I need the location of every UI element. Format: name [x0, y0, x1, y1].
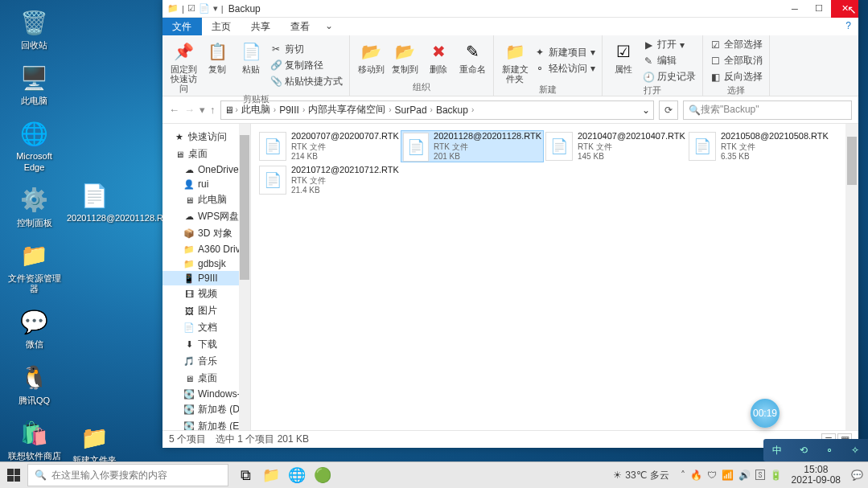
tree-item[interactable]: 💽新加卷 (D:): [162, 401, 250, 418]
tray-app-icon[interactable]: 🛡: [707, 470, 717, 481]
scrollbar-thumb[interactable]: [847, 137, 857, 185]
maximize-button[interactable]: ☐: [807, 0, 831, 18]
delete-button[interactable]: ✖删除: [422, 37, 455, 81]
tree-item[interactable]: 💽新加卷 (E:): [162, 418, 250, 430]
recent-dropdown-icon[interactable]: ▾: [200, 104, 205, 116]
edit-button[interactable]: ✎编辑: [641, 53, 697, 68]
tree-item[interactable]: ☁WPS网盘: [162, 208, 250, 225]
desktop-icon[interactable]: 🗑️回收站: [4, 4, 64, 53]
titlebar[interactable]: 📁 | ☑ 📄 ▾ | Backup ─ ☐ ✕: [162, 0, 858, 18]
tab-share[interactable]: 共享: [241, 18, 281, 35]
tree-item[interactable]: 📁A360 Drive: [162, 242, 250, 256]
tree-scrollbar[interactable]: [239, 124, 250, 430]
invert-selection-button[interactable]: ◧反向选择: [708, 69, 764, 84]
tree-item[interactable]: 🖥桌面: [162, 146, 250, 162]
search-input[interactable]: 🔍 搜索"Backup": [683, 100, 852, 120]
tree-item[interactable]: 🖥此电脑: [162, 191, 250, 208]
file-list[interactable]: 📄20200707@20200707.RTKRTK 文件214 KB📄20201…: [251, 124, 858, 430]
desktop-icon[interactable]: 💬微信: [4, 303, 64, 352]
timer-badge[interactable]: 00:19: [751, 399, 780, 428]
file-item[interactable]: 📄20200707@20200707.RTKRTK 文件214 KB: [257, 130, 401, 162]
tree-item[interactable]: ★快速访问: [162, 129, 250, 146]
desktop-icon[interactable]: 🖥️此电脑: [4, 59, 64, 109]
taskbar-search-input[interactable]: 🔍 在这里输入你要搜索的内容: [27, 464, 228, 486]
ime-overlay[interactable]: 中⟲⚬✧: [763, 439, 868, 461]
checkbox-icon[interactable]: ☑: [187, 3, 195, 14]
scrollbar-thumb[interactable]: [240, 135, 249, 280]
content-scrollbar[interactable]: [845, 124, 858, 430]
tray-app-icon[interactable]: 🔥: [690, 470, 702, 481]
back-button[interactable]: ←: [169, 104, 179, 116]
tree-item[interactable]: 📱P9III: [162, 271, 250, 285]
tray-volume-icon[interactable]: 🔊: [738, 470, 751, 481]
notification-button[interactable]: 💬: [845, 462, 868, 489]
breadcrumb-item[interactable]: 内部共享存储空间: [306, 103, 387, 117]
breadcrumb-item[interactable]: 此电脑: [240, 103, 272, 117]
taskbar-edge-icon[interactable]: 🌐: [285, 463, 309, 487]
tree-item[interactable]: 📄文档: [162, 319, 250, 336]
select-none-button[interactable]: ☐全部取消: [708, 53, 764, 68]
task-view-button[interactable]: ⧉: [233, 463, 257, 487]
nav-tree[interactable]: ★快速访问🖥桌面☁OneDrive👤rui🖥此电脑☁WPS网盘📦3D 对象📁A3…: [162, 124, 251, 430]
breadcrumb-item[interactable]: P9III: [278, 105, 301, 116]
minimize-button[interactable]: ─: [783, 0, 807, 18]
tree-item[interactable]: ☁OneDrive: [162, 162, 250, 177]
address-dropdown-icon[interactable]: ⌄: [642, 105, 650, 116]
desktop-icon[interactable]: 📁文件资源管理器: [4, 237, 64, 297]
new-item-button[interactable]: ✦新建项目▾: [533, 45, 597, 60]
taskbar-explorer-icon[interactable]: 📁: [259, 463, 283, 487]
desktop-icon[interactable]: 🌐Microsoft Edge: [4, 115, 64, 174]
desktop-icon[interactable]: 📄20201128@20201128.R...: [64, 177, 125, 226]
file-item[interactable]: 📄20210712@20210712.RTKRTK 文件21.4 KB: [257, 164, 401, 196]
ribbon-collapse-icon[interactable]: ⌄: [320, 18, 339, 35]
tree-item[interactable]: 🎵音乐: [162, 353, 250, 370]
tab-home[interactable]: 主页: [202, 18, 241, 35]
tab-view[interactable]: 查看: [281, 18, 320, 35]
history-button[interactable]: 🕘历史记录: [641, 69, 697, 84]
new-folder-button[interactable]: 📁新建文件夹: [499, 37, 531, 84]
copy-to-button[interactable]: 📂复制到: [389, 37, 421, 81]
qat-dropdown-icon[interactable]: ▾: [213, 3, 218, 14]
properties-button[interactable]: ☑属性: [607, 37, 640, 84]
system-tray[interactable]: ˄ 🔥 🛡 📶 🔊 🅂 🔋: [676, 470, 787, 481]
file-item[interactable]: 📄20210407@20210407.RTKRTK 文件145 KB: [544, 130, 687, 162]
copy-button[interactable]: 📋复制: [201, 37, 233, 93]
tree-item[interactable]: ⬇下载: [162, 336, 250, 353]
start-button[interactable]: [0, 462, 27, 489]
tree-item[interactable]: 📦3D 对象: [162, 225, 250, 242]
up-button[interactable]: ↑: [210, 104, 216, 116]
file-item[interactable]: 📄20201128@20201128.RTKRTK 文件201 KB: [401, 130, 544, 162]
tree-item[interactable]: 🎞视频: [162, 285, 250, 302]
qat-item[interactable]: 📄: [199, 3, 210, 14]
tree-item[interactable]: 🖼图片: [162, 302, 250, 319]
copy-path-button[interactable]: 🔗复制路径: [269, 58, 344, 73]
tray-battery-icon[interactable]: 🔋: [770, 470, 782, 481]
refresh-button[interactable]: ⟳: [659, 100, 678, 120]
breadcrumb-item[interactable]: Backup: [434, 105, 470, 116]
file-item[interactable]: 📄20210508@20210508.RTKRTK 文件6.35 KB: [687, 130, 830, 162]
cut-button[interactable]: ✂剪切: [269, 42, 344, 57]
rename-button[interactable]: ✎重命名: [456, 37, 488, 81]
tree-item[interactable]: 💽Windows-SSD: [162, 387, 250, 401]
tray-app-icon[interactable]: 📶: [722, 470, 734, 481]
weather-widget[interactable]: ☀ 33℃ 多云: [607, 469, 675, 482]
breadcrumb-item[interactable]: SurPad: [393, 105, 429, 116]
easy-access-button[interactable]: ⚬轻松访问▾: [533, 61, 597, 76]
select-all-button[interactable]: ☑全部选择: [708, 37, 764, 52]
tray-ime-icon[interactable]: 🅂: [755, 470, 765, 481]
paste-button[interactable]: 📄粘贴: [235, 37, 267, 93]
desktop-icon[interactable]: 🛍️联想软件商店: [4, 415, 64, 464]
move-to-button[interactable]: 📂移动到: [355, 37, 387, 81]
address-bar[interactable]: 🖥 › 此电脑›P9III›内部共享存储空间›SurPad›Backup›⌄: [220, 100, 655, 120]
taskbar-clock[interactable]: 15:08 2021-09-08: [787, 465, 845, 486]
taskbar-app-icon[interactable]: 🟢: [311, 463, 335, 487]
close-button[interactable]: ✕: [831, 0, 858, 18]
open-button[interactable]: ▶打开▾: [641, 37, 697, 52]
pin-to-quickaccess-button[interactable]: 📌固定到快速访问: [167, 37, 200, 93]
forward-button[interactable]: →: [184, 104, 195, 116]
tree-item[interactable]: 📁gdbsjk: [162, 256, 250, 271]
tree-item[interactable]: 👤rui: [162, 177, 250, 191]
tray-chevron-icon[interactable]: ˄: [681, 470, 685, 481]
help-icon[interactable]: ?: [839, 18, 858, 35]
desktop-icon[interactable]: 🐧腾讯QQ: [4, 359, 64, 408]
